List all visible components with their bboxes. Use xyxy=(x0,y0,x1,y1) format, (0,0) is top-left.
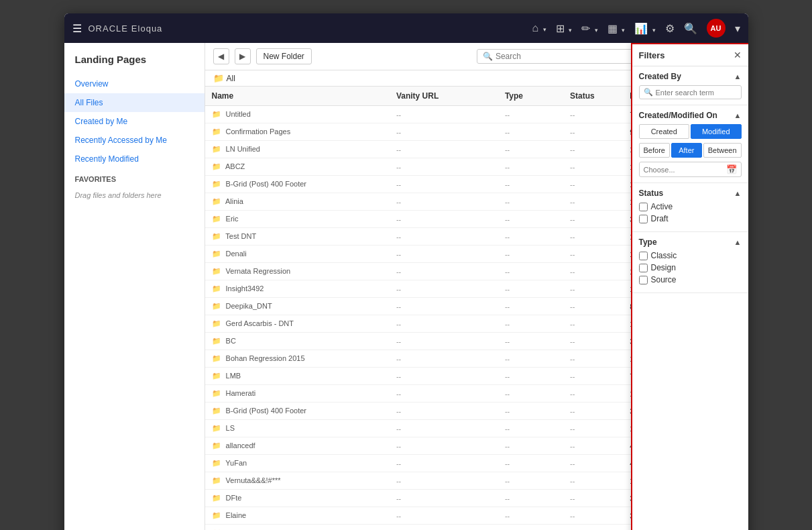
chart-nav-icon[interactable]: 📊 ▾ xyxy=(634,22,655,35)
col-header-name[interactable]: Name xyxy=(205,87,390,106)
filter-created-by-input[interactable] xyxy=(656,89,737,97)
filter-search-icon: 🔍 xyxy=(644,88,653,97)
sidebar-item-overview[interactable]: Overview xyxy=(64,74,205,93)
row-name-text: DFte xyxy=(226,494,242,502)
col-header-status[interactable]: Status xyxy=(563,87,623,106)
grid-nav-icon[interactable]: ⊞ ▾ xyxy=(556,22,572,35)
sidebar-item-created-by-me[interactable]: Created by Me xyxy=(64,112,205,131)
app-window: ☰ ORACLE Eloqua ⌂ ▾ ⊞ ▾ ✏ ▾ ▦ ▾ 📊 ▾ ⚙ 🔍 … xyxy=(64,13,748,530)
filter-date-input[interactable] xyxy=(644,166,723,174)
row-name-text: Denali xyxy=(226,250,247,258)
filter-date-type-group: Created Modified xyxy=(639,124,742,139)
cell-type: -- xyxy=(498,403,563,420)
edit-nav-icon[interactable]: ✏ ▾ xyxy=(581,22,597,35)
row-name-text: Eric xyxy=(226,215,239,223)
filter-between-btn[interactable]: Between xyxy=(703,143,742,158)
filter-created-by-collapse[interactable]: ▲ xyxy=(734,72,742,81)
cell-status: -- xyxy=(563,472,623,490)
cell-status: -- xyxy=(563,141,623,158)
row-folder-icon: 📁 xyxy=(212,407,221,415)
cell-name: 📁 YuFan xyxy=(205,455,390,472)
cell-status: -- xyxy=(563,228,623,246)
cell-status: -- xyxy=(563,350,623,368)
filter-created-by-header: Created By ▲ xyxy=(639,72,742,81)
cell-type: -- xyxy=(498,333,563,350)
filter-status-section: Status ▲ Active Draft xyxy=(632,183,748,232)
cell-vanity: -- xyxy=(390,141,498,158)
row-name-text: Bohan Regression 2015 xyxy=(226,354,305,362)
search-input[interactable] xyxy=(496,52,645,61)
row-name-text: B-Grid (Post) 400 Footer xyxy=(226,180,306,188)
filter-status-collapse[interactable]: ▲ xyxy=(734,189,742,197)
row-folder-icon: 📁 xyxy=(212,337,221,345)
filter-modified-btn[interactable]: Modified xyxy=(691,124,742,139)
eloqua-logo-text: Eloqua xyxy=(131,23,162,34)
row-folder-icon: 📁 xyxy=(212,424,221,432)
search-box-icon: 🔍 xyxy=(483,52,493,61)
filter-date-collapse[interactable]: ▲ xyxy=(734,111,742,119)
filter-type-classic-checkbox[interactable] xyxy=(639,252,648,260)
filter-status-draft-row: Draft xyxy=(639,214,742,223)
cell-type: -- xyxy=(498,455,563,472)
cell-name: 📁 Vernuta&&&!#*** xyxy=(205,472,390,490)
user-dropdown-icon[interactable]: ▾ xyxy=(735,22,740,35)
row-folder-icon: 📁 xyxy=(212,389,221,397)
row-folder-icon: 📁 xyxy=(212,197,221,205)
row-folder-icon: 📁 xyxy=(212,145,221,153)
cell-status: -- xyxy=(563,106,623,123)
filter-status-active-checkbox[interactable] xyxy=(639,203,648,211)
calendar-icon[interactable]: 📅 xyxy=(726,164,737,174)
cell-type: -- xyxy=(498,315,563,333)
sidebar-item-all-files[interactable]: All Files xyxy=(64,93,205,112)
cell-type: -- xyxy=(498,123,563,141)
row-name-text: BC xyxy=(226,337,236,345)
cell-type: -- xyxy=(498,263,563,280)
cell-name: 📁 Bohan Regression 2015 xyxy=(205,350,390,368)
filter-panel: Filters ✕ Created By ▲ 🔍 xyxy=(631,43,748,530)
cell-type: -- xyxy=(498,211,563,228)
filter-type-classic-row: Classic xyxy=(639,251,742,260)
filter-after-btn[interactable]: After xyxy=(671,143,702,158)
filter-created-btn[interactable]: Created xyxy=(639,124,690,139)
filter-type-source-checkbox[interactable] xyxy=(639,276,648,284)
nav-next-button[interactable]: ▶ xyxy=(235,48,251,64)
main-layout: Landing Pages Overview All Files Created… xyxy=(64,43,748,530)
user-avatar[interactable]: AU xyxy=(707,19,726,38)
search-nav-icon[interactable]: 🔍 xyxy=(684,22,697,35)
cell-name: 📁 Vernata Regression xyxy=(205,263,390,280)
hamburger-icon[interactable]: ☰ xyxy=(72,22,82,35)
cell-type: -- xyxy=(498,385,563,403)
cell-vanity: -- xyxy=(390,385,498,403)
cell-status: -- xyxy=(563,368,623,385)
cell-status: -- xyxy=(563,490,623,507)
col-header-type[interactable]: Type xyxy=(498,87,563,106)
home-nav-icon[interactable]: ⌂ ▾ xyxy=(532,22,546,34)
filter-type-design-checkbox[interactable] xyxy=(639,264,648,272)
filter-type-collapse[interactable]: ▲ xyxy=(734,238,742,246)
sidebar-item-recently-modified[interactable]: Recently Modified xyxy=(64,150,205,168)
row-name-text: YuFan xyxy=(225,459,247,467)
cell-name: 📁 BC xyxy=(205,333,390,350)
filter-created-by-search: 🔍 xyxy=(639,85,742,99)
cell-type: -- xyxy=(498,437,563,455)
row-name-text: ABCZ xyxy=(225,162,245,170)
cell-vanity: -- xyxy=(390,455,498,472)
cell-vanity: -- xyxy=(390,158,498,176)
new-folder-button[interactable]: New Folder xyxy=(256,48,312,64)
cell-vanity: -- xyxy=(390,507,498,525)
settings-nav-icon[interactable]: ⚙ xyxy=(665,22,675,35)
filter-before-btn[interactable]: Before xyxy=(639,143,670,158)
cell-status: -- xyxy=(563,176,623,193)
sidebar-item-recently-accessed[interactable]: Recently Accessed by Me xyxy=(64,131,205,150)
cell-name: 📁 Denali xyxy=(205,246,390,263)
filter-status-draft-checkbox[interactable] xyxy=(639,215,648,223)
nav-prev-button[interactable]: ◀ xyxy=(213,48,229,64)
top-nav-left: ☰ ORACLE Eloqua xyxy=(72,22,163,35)
filter-date-header: Created/Modified On ▲ xyxy=(639,111,742,120)
col-header-vanity[interactable]: Vanity URL xyxy=(390,87,498,106)
cell-vanity: -- xyxy=(390,472,498,490)
filter-close-button[interactable]: ✕ xyxy=(734,50,742,60)
drag-zone: Drag files and folders here xyxy=(64,186,205,205)
cell-name: 📁 Test DNT xyxy=(205,228,390,246)
image-nav-icon[interactable]: ▦ ▾ xyxy=(607,22,625,35)
